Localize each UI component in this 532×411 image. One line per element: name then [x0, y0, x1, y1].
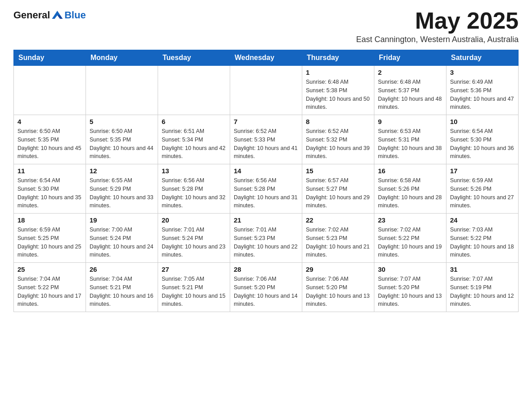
calendar-week-row: 18Sunrise: 6:59 AMSunset: 5:25 PMDayligh… — [14, 214, 519, 263]
logo-general-text: General — [13, 9, 50, 21]
day-number: 18 — [17, 216, 82, 224]
day-info: Sunrise: 7:02 AMSunset: 5:22 PMDaylight:… — [378, 226, 442, 259]
weekday-header-monday: Monday — [86, 50, 158, 66]
day-info: Sunrise: 7:06 AMSunset: 5:20 PMDaylight:… — [234, 275, 298, 308]
day-number: 7 — [234, 118, 298, 125]
weekday-header-friday: Friday — [374, 50, 446, 66]
calendar-cell: 3Sunrise: 6:49 AMSunset: 5:36 PMDaylight… — [446, 66, 519, 115]
calendar-cell: 11Sunrise: 6:54 AMSunset: 5:30 PMDayligh… — [14, 164, 86, 214]
svg-marker-1 — [57, 15, 63, 19]
day-info: Sunrise: 6:55 AMSunset: 5:29 PMDaylight:… — [90, 176, 154, 210]
day-info: Sunrise: 6:56 AMSunset: 5:28 PMDaylight:… — [162, 176, 226, 210]
day-number: 9 — [378, 118, 442, 125]
day-info: Sunrise: 6:59 AMSunset: 5:25 PMDaylight:… — [17, 226, 82, 259]
day-number: 21 — [234, 216, 298, 224]
day-info: Sunrise: 6:50 AMSunset: 5:35 PMDaylight:… — [90, 127, 154, 161]
weekday-header-saturday: Saturday — [446, 50, 519, 66]
calendar-week-row: 1Sunrise: 6:48 AMSunset: 5:38 PMDaylight… — [14, 66, 519, 115]
calendar-cell: 1Sunrise: 6:48 AMSunset: 5:38 PMDaylight… — [302, 66, 374, 115]
calendar-cell: 17Sunrise: 6:59 AMSunset: 5:26 PMDayligh… — [446, 164, 519, 214]
day-info: Sunrise: 7:01 AMSunset: 5:23 PMDaylight:… — [234, 226, 298, 259]
day-info: Sunrise: 7:06 AMSunset: 5:20 PMDaylight:… — [306, 275, 370, 308]
day-number: 24 — [450, 216, 515, 224]
calendar-cell — [14, 66, 86, 115]
day-number: 2 — [378, 68, 442, 76]
day-info: Sunrise: 6:49 AMSunset: 5:36 PMDaylight:… — [450, 78, 515, 111]
calendar-cell: 26Sunrise: 7:04 AMSunset: 5:21 PMDayligh… — [86, 263, 158, 312]
day-number: 30 — [378, 265, 442, 273]
calendar-cell — [158, 66, 230, 115]
day-number: 6 — [162, 118, 226, 125]
day-number: 4 — [17, 118, 82, 125]
day-number: 16 — [378, 167, 442, 175]
calendar-cell: 6Sunrise: 6:51 AMSunset: 5:34 PMDaylight… — [158, 115, 230, 164]
day-info: Sunrise: 7:00 AMSunset: 5:24 PMDaylight:… — [90, 226, 154, 259]
day-number: 19 — [90, 216, 154, 224]
day-number: 22 — [306, 216, 370, 224]
day-info: Sunrise: 6:51 AMSunset: 5:34 PMDaylight:… — [162, 127, 226, 161]
day-number: 15 — [306, 167, 370, 175]
day-number: 3 — [450, 68, 515, 76]
day-number: 13 — [162, 167, 226, 175]
calendar-cell: 20Sunrise: 7:01 AMSunset: 5:24 PMDayligh… — [158, 214, 230, 263]
calendar-cell: 14Sunrise: 6:56 AMSunset: 5:28 PMDayligh… — [230, 164, 302, 214]
day-number: 8 — [306, 118, 370, 125]
day-info: Sunrise: 6:52 AMSunset: 5:33 PMDaylight:… — [234, 127, 298, 161]
day-info: Sunrise: 7:07 AMSunset: 5:19 PMDaylight:… — [450, 275, 515, 308]
calendar-cell: 10Sunrise: 6:54 AMSunset: 5:30 PMDayligh… — [446, 115, 519, 164]
weekday-header-row: SundayMondayTuesdayWednesdayThursdayFrid… — [14, 50, 519, 66]
day-info: Sunrise: 6:58 AMSunset: 5:26 PMDaylight:… — [378, 176, 442, 210]
day-info: Sunrise: 7:07 AMSunset: 5:20 PMDaylight:… — [378, 275, 442, 308]
day-info: Sunrise: 6:50 AMSunset: 5:35 PMDaylight:… — [17, 127, 82, 161]
logo: General Blue — [13, 9, 86, 21]
calendar-cell — [86, 66, 158, 115]
day-info: Sunrise: 6:59 AMSunset: 5:26 PMDaylight:… — [450, 176, 515, 210]
calendar-cell: 4Sunrise: 6:50 AMSunset: 5:35 PMDaylight… — [14, 115, 86, 164]
day-info: Sunrise: 6:54 AMSunset: 5:30 PMDaylight:… — [17, 176, 82, 210]
day-info: Sunrise: 6:52 AMSunset: 5:32 PMDaylight:… — [306, 127, 370, 161]
day-info: Sunrise: 7:04 AMSunset: 5:22 PMDaylight:… — [17, 275, 82, 308]
weekday-header-wednesday: Wednesday — [230, 50, 302, 66]
calendar-cell — [230, 66, 302, 115]
day-number: 23 — [378, 216, 442, 224]
weekday-header-sunday: Sunday — [14, 50, 86, 66]
day-number: 31 — [450, 265, 515, 273]
calendar-cell: 30Sunrise: 7:07 AMSunset: 5:20 PMDayligh… — [374, 263, 446, 312]
location-subtitle: East Cannington, Western Australia, Aust… — [13, 35, 519, 44]
day-info: Sunrise: 6:54 AMSunset: 5:30 PMDaylight:… — [450, 127, 515, 161]
calendar-table: SundayMondayTuesdayWednesdayThursdayFrid… — [13, 50, 519, 312]
calendar-cell: 22Sunrise: 7:02 AMSunset: 5:23 PMDayligh… — [302, 214, 374, 263]
calendar-week-row: 4Sunrise: 6:50 AMSunset: 5:35 PMDaylight… — [14, 115, 519, 164]
weekday-header-thursday: Thursday — [302, 50, 374, 66]
calendar-cell: 23Sunrise: 7:02 AMSunset: 5:22 PMDayligh… — [374, 214, 446, 263]
calendar-cell: 15Sunrise: 6:57 AMSunset: 5:27 PMDayligh… — [302, 164, 374, 214]
calendar-cell: 18Sunrise: 6:59 AMSunset: 5:25 PMDayligh… — [14, 214, 86, 263]
calendar-cell: 2Sunrise: 6:48 AMSunset: 5:37 PMDaylight… — [374, 66, 446, 115]
day-number: 10 — [450, 118, 515, 125]
logo-icon — [51, 9, 64, 21]
calendar-cell: 25Sunrise: 7:04 AMSunset: 5:22 PMDayligh… — [14, 263, 86, 312]
logo-blue-text: Blue — [64, 9, 86, 21]
day-info: Sunrise: 6:57 AMSunset: 5:27 PMDaylight:… — [306, 176, 370, 210]
page-header: General Blue May 2025 — [13, 9, 519, 32]
calendar-cell: 27Sunrise: 7:05 AMSunset: 5:21 PMDayligh… — [158, 263, 230, 312]
weekday-header-tuesday: Tuesday — [158, 50, 230, 66]
calendar-cell: 9Sunrise: 6:53 AMSunset: 5:31 PMDaylight… — [374, 115, 446, 164]
day-info: Sunrise: 6:53 AMSunset: 5:31 PMDaylight:… — [378, 127, 442, 161]
day-number: 17 — [450, 167, 515, 175]
day-number: 12 — [90, 167, 154, 175]
day-number: 14 — [234, 167, 298, 175]
day-number: 1 — [306, 68, 370, 76]
day-info: Sunrise: 7:03 AMSunset: 5:22 PMDaylight:… — [450, 226, 515, 259]
day-number: 28 — [234, 265, 298, 273]
calendar-cell: 24Sunrise: 7:03 AMSunset: 5:22 PMDayligh… — [446, 214, 519, 263]
day-info: Sunrise: 7:05 AMSunset: 5:21 PMDaylight:… — [162, 275, 226, 308]
day-info: Sunrise: 7:02 AMSunset: 5:23 PMDaylight:… — [306, 226, 370, 259]
month-title: May 2025 — [415, 9, 519, 32]
calendar-cell: 28Sunrise: 7:06 AMSunset: 5:20 PMDayligh… — [230, 263, 302, 312]
day-info: Sunrise: 6:48 AMSunset: 5:37 PMDaylight:… — [378, 78, 442, 111]
calendar-cell: 16Sunrise: 6:58 AMSunset: 5:26 PMDayligh… — [374, 164, 446, 214]
calendar-cell: 13Sunrise: 6:56 AMSunset: 5:28 PMDayligh… — [158, 164, 230, 214]
day-number: 11 — [17, 167, 82, 175]
calendar-cell: 7Sunrise: 6:52 AMSunset: 5:33 PMDaylight… — [230, 115, 302, 164]
